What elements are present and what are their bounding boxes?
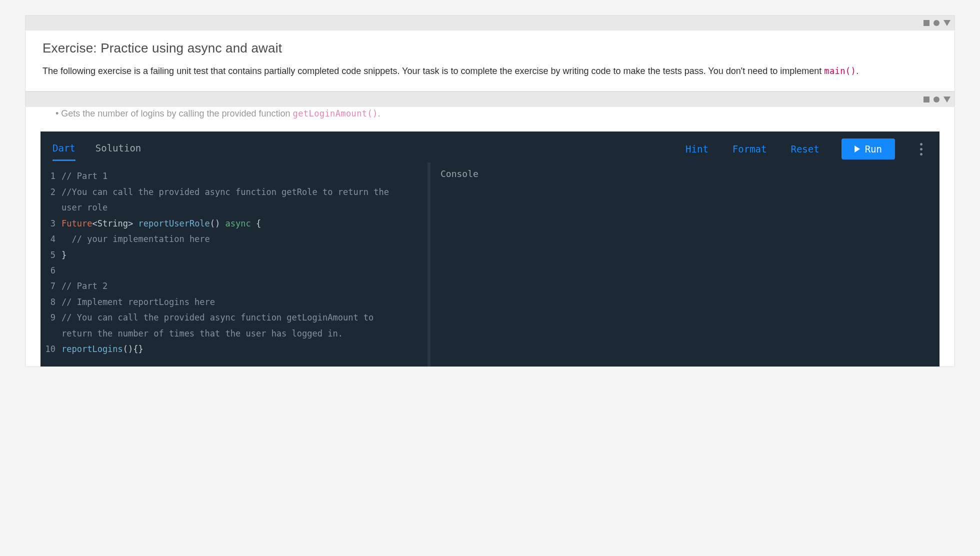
inline-code-main: main(): [824, 66, 856, 76]
code-text[interactable]: // You can call the provided async funct…: [60, 310, 374, 326]
code-line[interactable]: 3Future<String> reportUserRole() async {: [44, 216, 420, 232]
code-text[interactable]: // Implement reportLogins here: [60, 294, 215, 310]
line-number: 9: [44, 310, 60, 326]
line-number: 10: [44, 342, 60, 357]
run-label: Run: [865, 144, 882, 154]
square-icon[interactable]: [924, 20, 930, 26]
partial-before: Gets the number of logins by calling the…: [58, 108, 292, 118]
code-line[interactable]: 8// Implement reportLogins here: [44, 294, 420, 310]
code-text[interactable]: // your implementation here: [60, 232, 210, 247]
line-number: 4: [44, 232, 60, 247]
tab-solution[interactable]: Solution: [96, 138, 142, 160]
code-text[interactable]: //You can call the provided async functi…: [60, 184, 389, 200]
hint-button[interactable]: Hint: [684, 140, 710, 158]
code-line[interactable]: 2//You can call the provided async funct…: [44, 184, 420, 200]
code-editor: Dart Solution Hint Format Reset Run 1// …: [40, 132, 940, 366]
reset-button[interactable]: Reset: [788, 140, 821, 158]
code-line[interactable]: 10reportLogins(){}: [44, 342, 420, 357]
inline-code-getloginamount: getLoginAmount(): [293, 108, 378, 118]
code-text[interactable]: }: [60, 248, 66, 263]
line-number: 3: [44, 216, 60, 232]
code-text[interactable]: Future<String> reportUserRole() async {: [60, 216, 261, 232]
circle-icon[interactable]: [934, 96, 940, 102]
tab-dart[interactable]: Dart: [52, 138, 76, 161]
console-pane: Console: [430, 162, 596, 366]
code-line-continuation[interactable]: user role: [44, 200, 420, 216]
play-icon: [854, 146, 860, 152]
code-line[interactable]: 7// Part 2: [44, 278, 420, 294]
line-number: 1: [44, 168, 60, 184]
code-line[interactable]: 1// Part 1: [44, 168, 420, 184]
line-number: 8: [44, 294, 60, 310]
code-text[interactable]: [60, 263, 62, 278]
triangle-down-icon[interactable]: [944, 20, 950, 26]
code-line[interactable]: 9// You can call the provided async func…: [44, 310, 420, 326]
desc-text-after: .: [856, 66, 858, 76]
code-text[interactable]: reportLogins(){}: [60, 342, 144, 357]
partial-after: .: [378, 108, 380, 118]
code-line[interactable]: 5}: [44, 248, 420, 263]
circle-icon[interactable]: [934, 20, 940, 26]
line-number: 7: [44, 278, 60, 294]
exercise-title: Exercise: Practice using async and await: [42, 40, 938, 56]
partial-instruction: • Gets the number of logins by calling t…: [26, 107, 954, 128]
card-body: Exercise: Practice using async and await…: [26, 30, 954, 91]
editor-body: 1// Part 12//You can call the provided a…: [40, 162, 940, 366]
panel-header-2: [26, 92, 954, 107]
code-line[interactable]: 6: [44, 263, 420, 278]
format-button[interactable]: Format: [730, 140, 769, 158]
code-line[interactable]: 4 // your implementation here: [44, 232, 420, 247]
exercise-card: Exercise: Practice using async and await…: [25, 15, 955, 92]
code-line-continuation[interactable]: return the number of times that the user…: [44, 326, 420, 342]
code-text[interactable]: // Part 2: [60, 278, 108, 294]
triangle-down-icon[interactable]: [944, 96, 950, 102]
panel-header: [26, 16, 954, 30]
line-number: 2: [44, 184, 60, 200]
more-menu-icon[interactable]: [915, 141, 928, 158]
editor-card: • Gets the number of logins by calling t…: [25, 92, 955, 366]
code-pane[interactable]: 1// Part 12//You can call the provided a…: [40, 162, 430, 366]
exercise-description: The following exercise is a failing unit…: [42, 63, 938, 79]
editor-toolbar: Dart Solution Hint Format Reset Run: [40, 132, 940, 162]
desc-text-before: The following exercise is a failing unit…: [42, 66, 824, 76]
code-text[interactable]: // Part 1: [60, 168, 108, 184]
line-number: 5: [44, 248, 60, 263]
console-label: Console: [440, 168, 586, 179]
square-icon[interactable]: [924, 96, 930, 102]
line-number: 6: [44, 263, 60, 278]
run-button[interactable]: Run: [842, 138, 895, 160]
